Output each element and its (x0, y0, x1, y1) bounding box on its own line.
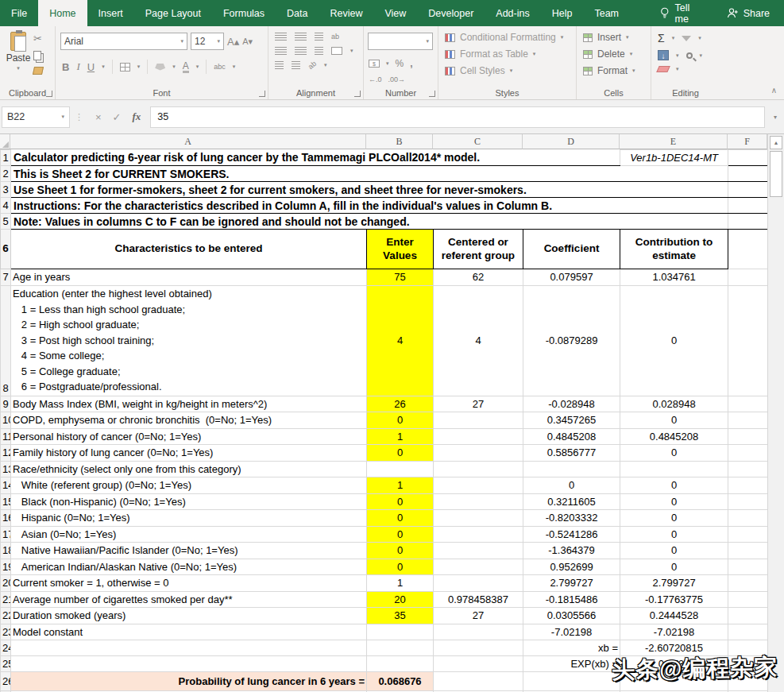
ribbon-tab[interactable]: File (0, 0, 38, 26)
increase-decimal-icon[interactable]: ←.0 (369, 75, 382, 83)
ribbon-tab[interactable]: Insert (87, 0, 134, 26)
cell-characteristic[interactable]: Average number of cigarettes smoked per … (11, 591, 367, 608)
cell-centered-group[interactable] (434, 428, 523, 445)
cell-characteristic[interactable]: Model constant (11, 624, 367, 640)
comma-format-icon[interactable]: , (410, 58, 412, 69)
cell-empty[interactable] (728, 214, 768, 230)
cell-enter-value[interactable] (367, 624, 434, 640)
cells-menu-item[interactable]: Format ▾ (583, 65, 635, 76)
middle-align-icon[interactable] (295, 33, 307, 41)
cell-characteristic[interactable]: Asian (0=No; 1=Yes) (11, 526, 367, 543)
cell-characteristic[interactable]: COPD, emphysema or chronic bronchitis (0… (11, 412, 367, 429)
cell-empty[interactable] (728, 477, 768, 494)
cell-empty[interactable] (728, 608, 768, 624)
cell-coefficient[interactable]: -7.02198 (523, 624, 620, 640)
copy-icon[interactable] (33, 51, 41, 60)
cells-menu-item[interactable]: Delete ▾ (583, 48, 635, 60)
cell-enter-value[interactable]: 0 (367, 543, 434, 559)
cell-empty[interactable] (367, 640, 434, 656)
cancel-icon[interactable]: × (95, 111, 102, 123)
cell-characteristic[interactable]: Race/ethnicity (select only one from thi… (11, 461, 367, 477)
ribbon-tab[interactable]: Help (541, 0, 584, 26)
cell-title[interactable]: Calculator predicting 6-year risk of lun… (11, 150, 620, 166)
cell-note[interactable]: Use Sheet 1 for former-smokers, sheet 2 … (11, 182, 728, 198)
cell-centered-group[interactable] (434, 445, 523, 462)
cell-contribution[interactable]: 0.2444528 (620, 608, 728, 624)
row-number[interactable]: 26 (1, 672, 11, 691)
row-number[interactable]: 19 (1, 559, 11, 575)
find-select-icon[interactable] (686, 52, 693, 59)
fill-dropdown-arrow[interactable]: ▾ (676, 52, 679, 59)
currency-format-icon[interactable]: $ (369, 60, 380, 68)
ribbon-tab[interactable]: Home (38, 0, 87, 26)
wrap-text-icon[interactable]: ab (331, 33, 339, 41)
cell-enter-value[interactable]: 26 (367, 396, 434, 412)
cell-enter-value[interactable]: 0 (367, 526, 434, 543)
cell-empty[interactable] (728, 624, 768, 640)
select-all-corner[interactable] (0, 134, 10, 149)
orientation-dropdown-arrow[interactable]: ▾ (324, 62, 327, 68)
row-number[interactable]: 12 (1, 445, 11, 462)
cell-note[interactable]: Note: Values in columns C to F can be ig… (11, 214, 728, 230)
cell-contribution[interactable]: -7.02198 (620, 624, 728, 640)
row-number[interactable]: 10 (1, 412, 11, 429)
name-box[interactable]: B22 ▾ (2, 106, 70, 128)
paste-button[interactable]: Paste ▾ (4, 32, 33, 86)
cell-coefficient[interactable]: 0.079597 (523, 269, 620, 286)
cell-enter-value[interactable]: 0 (367, 510, 434, 527)
cell-enter-value[interactable]: 0 (367, 493, 434, 510)
cell-contribution[interactable]: 0 (620, 412, 728, 429)
cell-centered-group[interactable] (434, 412, 523, 429)
ribbon-tab[interactable]: View (373, 0, 417, 26)
cell-empty[interactable] (728, 510, 768, 527)
cell-coefficient[interactable]: -0.028948 (523, 396, 620, 412)
cell-empty[interactable] (728, 182, 768, 198)
find-dropdown-arrow[interactable]: ▾ (700, 52, 703, 59)
cell-contribution[interactable]: 0 (620, 526, 728, 543)
cell-enter-value[interactable]: 35 (367, 608, 434, 624)
sort-filter-dropdown-arrow[interactable]: ▾ (698, 35, 701, 41)
cell-empty[interactable] (728, 526, 768, 543)
alignment-dialog-launcher[interactable] (354, 91, 361, 97)
column-header-b[interactable]: B (366, 134, 433, 149)
cell-empty[interactable] (434, 672, 523, 691)
cell-centered-group[interactable]: 62 (434, 269, 523, 286)
cell-probability-label[interactable]: Probability of lung cancer in 6 years = (11, 672, 367, 691)
cell-enter-value[interactable]: 4 (367, 285, 434, 396)
cells-menu-item[interactable]: Insert ▾ (583, 32, 635, 43)
cell-enter-value[interactable]: 0 (367, 412, 434, 429)
header-contribution[interactable]: Contribution to estimate (620, 230, 728, 269)
column-header-e[interactable]: E (620, 134, 728, 149)
enter-icon[interactable]: ✓ (113, 111, 122, 123)
scrollbar-thumb[interactable] (770, 151, 782, 197)
cell-coefficient[interactable]: 0.3211605 (523, 493, 620, 510)
name-box-dropdown-arrow[interactable]: ▾ (61, 114, 64, 120)
cell-contribution[interactable]: 0 (620, 510, 728, 527)
cell-probability-value[interactable]: 0.068676 (367, 672, 434, 691)
tell-me-box[interactable]: Tell me (651, 0, 713, 26)
cell-enter-value[interactable]: 1 (367, 575, 434, 592)
cell-coefficient[interactable]: 0.5856777 (523, 445, 620, 462)
cell-empty[interactable] (728, 543, 768, 559)
cell-characteristic[interactable]: Current smoker = 1, otherwise = 0 (11, 575, 367, 592)
number-dialog-launcher[interactable] (429, 91, 435, 97)
number-format-combo[interactable]: ▾ (368, 33, 433, 50)
borders-icon[interactable] (120, 63, 130, 72)
cell-characteristic[interactable]: Personal history of cancer (0=No; 1=Yes) (11, 428, 367, 445)
shrink-font-button[interactable]: A▾ (242, 37, 253, 47)
row-number[interactable]: 1 (1, 150, 11, 166)
cell-coefficient[interactable]: -1.364379 (523, 543, 620, 559)
row-number[interactable]: 3 (1, 182, 11, 198)
grow-font-button[interactable]: A▴ (227, 36, 239, 48)
row-number[interactable]: 20 (1, 575, 11, 592)
cell-centered-group[interactable] (434, 461, 523, 477)
cell-contribution[interactable]: 0 (620, 445, 728, 462)
cell-xb-label[interactable]: xb = (523, 640, 620, 656)
autosum-icon[interactable]: Σ (658, 32, 665, 44)
cell-characteristic[interactable]: Native Hawaiian/Pacific Islander (0=No; … (11, 543, 367, 559)
cell-centered-group[interactable] (434, 559, 523, 575)
cell-coefficient[interactable]: -0.0879289 (523, 285, 620, 396)
row-number[interactable]: 5 (1, 214, 11, 230)
row-number[interactable]: 7 (1, 269, 11, 286)
cell-characteristic[interactable]: Duration smoked (years) (11, 608, 367, 624)
